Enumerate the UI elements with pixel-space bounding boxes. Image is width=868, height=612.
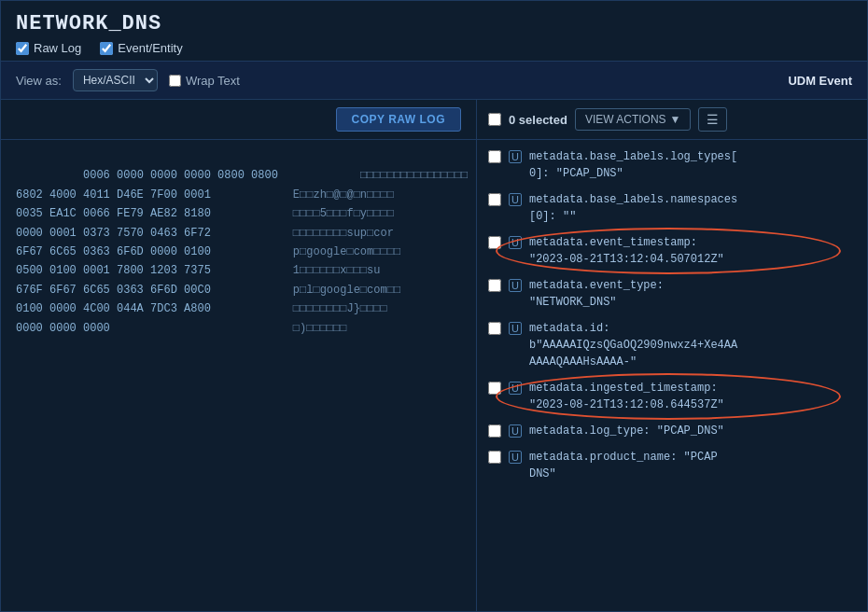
udm-type-icon: U	[509, 236, 522, 249]
header: NETWORK_DNS Raw Log Event/Entity	[1, 1, 867, 61]
item-checkbox[interactable]	[488, 424, 501, 438]
select-all-checkbox[interactable]	[488, 113, 501, 126]
udm-event-timestamp: metadata.event_timestamp:"2023-08-21T13:…	[529, 234, 856, 268]
view-as-label: View as:	[16, 74, 62, 88]
item-checkbox[interactable]	[488, 382, 501, 395]
ascii-line-1: □□□□□□□□□□□□□□□□ E□□zh□@□@□n□□□□ □□□□5□□…	[293, 169, 468, 334]
udm-ingested-timestamp: metadata.ingested_timestamp:"2023-08-21T…	[529, 380, 856, 413]
page-title: NETWORK_DNS	[16, 12, 852, 35]
udm-event-label: UDM Event	[788, 74, 852, 88]
chevron-down-icon: ▼	[670, 113, 681, 126]
list-item: U metadata.ingested_timestamp:"2023-08-2…	[477, 375, 867, 418]
hex-column: 0006 0000 0000 0000 0800 0800 6802 4000 …	[16, 147, 278, 604]
wrap-text-label[interactable]: Wrap Text	[169, 74, 240, 88]
list-item: U metadata.event_timestamp:"2023-08-21T1…	[477, 230, 867, 272]
item-checkbox[interactable]	[488, 193, 501, 206]
left-panel: COPY RAW LOG 0006 0000 0000 0000 0800 08…	[1, 100, 477, 611]
app-container: NETWORK_DNS Raw Log Event/Entity View as…	[0, 0, 868, 612]
udm-field-text: metadata.log_type: "PCAP_DNS"	[529, 423, 856, 439]
wrap-text-checkbox[interactable]	[169, 75, 181, 87]
udm-type-icon: U	[509, 382, 522, 395]
item-checkbox[interactable]	[488, 451, 501, 464]
udm-toolbar: 0 selected VIEW ACTIONS ▼ ☰	[477, 100, 867, 140]
udm-type-icon: U	[509, 451, 522, 464]
event-entity-checkbox[interactable]	[100, 42, 113, 55]
list-item: U metadata.log_type: "PCAP_DNS"	[477, 418, 867, 444]
udm-type-icon: U	[509, 150, 522, 163]
udm-type-icon: U	[509, 193, 522, 206]
udm-type-icon: U	[509, 424, 522, 438]
right-panel: 0 selected VIEW ACTIONS ▼ ☰ U me	[477, 100, 867, 611]
checkboxes-row: Raw Log Event/Entity	[16, 41, 852, 55]
list-item: U metadata.product_name: "PCAPDNS"	[477, 444, 867, 487]
udm-events-list[interactable]: U metadata.base_labels.log_types[0]: "PC…	[477, 140, 867, 611]
filter-icon: ☰	[707, 112, 719, 127]
udm-field-text: metadata.base_labels.log_types[0]: "PCAP…	[529, 148, 856, 182]
udm-field-text: metadata.base_labels.namespaces[0]: ""	[529, 191, 856, 225]
item-checkbox[interactable]	[488, 236, 501, 249]
list-item: U metadata.id:b"AAAAAIQzsQGaOQ2909nwxz4+…	[477, 315, 867, 375]
udm-field-text: metadata.id:b"AAAAAIQzsQGaOQ2909nwxz4+Xe…	[529, 320, 856, 370]
udm-type-icon: U	[509, 322, 522, 335]
toolbar-row: View as: Hex/ASCII Text JSON Wrap Text U…	[1, 61, 867, 100]
event-entity-checkbox-label[interactable]: Event/Entity	[100, 41, 182, 55]
copy-raw-log-button[interactable]: COPY RAW LOG	[336, 107, 461, 132]
right-panel-wrapper: 0 selected VIEW ACTIONS ▼ ☰ U me	[477, 100, 867, 611]
selected-count: 0 selected	[509, 113, 567, 127]
raw-log-checkbox[interactable]	[16, 42, 29, 55]
udm-type-icon: U	[509, 279, 522, 292]
udm-field-text: metadata.product_name: "PCAPDNS"	[529, 449, 856, 482]
view-actions-button[interactable]: VIEW ACTIONS ▼	[575, 108, 692, 131]
list-item: U metadata.base_labels.namespaces[0]: ""	[477, 187, 867, 230]
list-item: U metadata.event_type:"NETWORK_DNS"	[477, 272, 867, 315]
ascii-column: □□□□□□□□□□□□□□□□ E□□zh□@□@□n□□□□ □□□□5□□…	[293, 147, 468, 604]
list-item: U metadata.base_labels.log_types[0]: "PC…	[477, 144, 867, 187]
item-checkbox[interactable]	[488, 322, 501, 335]
raw-log-checkbox-label[interactable]: Raw Log	[16, 41, 81, 55]
item-checkbox[interactable]	[488, 279, 501, 292]
hex-content: 0006 0000 0000 0000 0800 0800 6802 4000 …	[1, 140, 476, 611]
main-content: COPY RAW LOG 0006 0000 0000 0000 0800 08…	[1, 100, 867, 611]
hex-line-1: 0006 0000 0000 0000 0800 0800 6802 4000 …	[16, 169, 278, 334]
copy-btn-row: COPY RAW LOG	[1, 100, 476, 140]
udm-field-text: metadata.event_type:"NETWORK_DNS"	[529, 277, 856, 311]
filter-button[interactable]: ☰	[698, 107, 727, 132]
view-as-select[interactable]: Hex/ASCII Text JSON	[73, 69, 158, 91]
item-checkbox[interactable]	[488, 150, 501, 163]
